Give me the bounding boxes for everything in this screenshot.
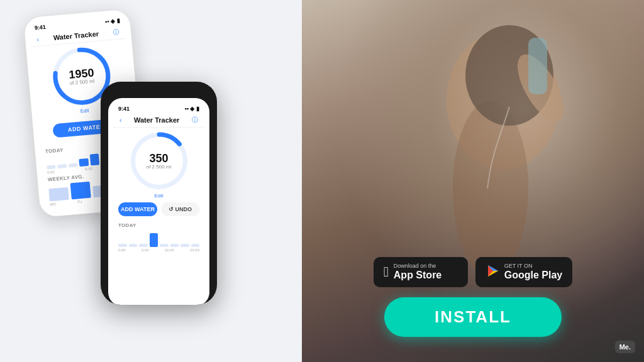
google-play-sub-label: GET IT ON bbox=[504, 263, 562, 269]
app-store-main-label: App Store bbox=[394, 269, 441, 281]
app-store-button[interactable]:  Download on the App Store bbox=[374, 257, 468, 287]
phone-front-chart-labels: 0:00 6:00 16:00 24:00 bbox=[113, 248, 204, 252]
phone-back-info-btn[interactable]: ⓘ bbox=[113, 28, 119, 37]
phone-front-status-bar: 9:41 ▪▪ ◈ ▮ bbox=[113, 103, 204, 113]
google-play-icon bbox=[486, 264, 499, 280]
google-play-button[interactable]: GET IT ON Google Play bbox=[475, 257, 572, 287]
phone-front-header: ‹ Water Tracker ⓘ bbox=[113, 113, 204, 128]
phone-front-title: Water Tracker bbox=[134, 116, 179, 124]
download-buttons:  Download on the App Store GET IT ON Go… bbox=[374, 257, 572, 287]
phone-front-btn-row: ADD WATER ↺ UNDO bbox=[113, 199, 204, 220]
phone-back-time: 9:41 bbox=[34, 24, 46, 31]
app-store-sub-label: Download on the bbox=[394, 263, 441, 269]
phone-front-water-unit: of 2 500 ml bbox=[147, 164, 172, 170]
phone-front-info-btn[interactable]: ⓘ bbox=[192, 116, 198, 124]
phone-back-title: Water Tracker bbox=[53, 30, 99, 41]
phone-front-icons: ▪▪ ◈ ▮ bbox=[185, 106, 199, 112]
phone-front-today-label: TODAY bbox=[113, 220, 204, 229]
svg-point-3 bbox=[453, 101, 528, 277]
phone-front-back-btn[interactable]: ‹ bbox=[119, 117, 121, 124]
phone-front: 9:41 ▪▪ ◈ ▮ ‹ Water Tracker ⓘ 350 bbox=[101, 82, 217, 305]
app-store-text: Download on the App Store bbox=[394, 263, 441, 281]
google-play-main-label: Google Play bbox=[504, 269, 562, 281]
me-badge: Me. bbox=[615, 341, 635, 353]
phone-back-back-btn[interactable]: ‹ bbox=[36, 35, 39, 42]
phone-front-time: 9:41 bbox=[118, 106, 130, 112]
left-panel: 9:41 ▪▪ ◈ ▮ ‹ Water Tracker ⓘ 1950 bbox=[0, 0, 302, 362]
phone-front-add-water-btn[interactable]: ADD WATER bbox=[118, 202, 157, 216]
phone-front-undo-btn[interactable]: ↺ UNDO bbox=[161, 202, 199, 216]
google-play-text: GET IT ON Google Play bbox=[504, 263, 562, 281]
phone-back-icons: ▪▪ ◈ ▮ bbox=[105, 18, 120, 25]
phone-front-water-amount: 350 bbox=[149, 153, 168, 164]
phone-front-today-chart bbox=[113, 229, 204, 248]
phone-front-water-circle: 350 of 2 500 ml bbox=[131, 133, 187, 189]
svg-rect-6 bbox=[528, 38, 547, 94]
apple-icon:  bbox=[384, 265, 389, 279]
install-button[interactable]: INSTALL bbox=[384, 297, 562, 337]
right-panel:  Download on the App Store GET IT ON Go… bbox=[302, 0, 644, 362]
phone-notch bbox=[140, 82, 178, 90]
